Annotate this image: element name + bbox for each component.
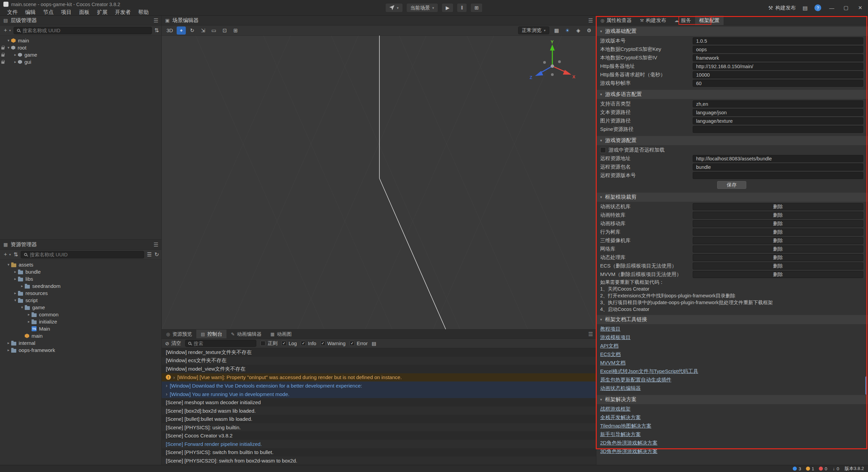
scene-viewport[interactable]: Y X Z xyxy=(162,36,596,330)
panel-layout-icon[interactable]: ▤ xyxy=(803,5,808,11)
anchor-tool-button[interactable]: ⊡ xyxy=(220,26,229,35)
menu-item[interactable]: 帮助 xyxy=(135,8,153,16)
property-input[interactable] xyxy=(693,117,863,124)
delete-module-button[interactable]: 删除 xyxy=(693,220,863,227)
console-log-row[interactable]: [Window] model_view文件夹不存在 xyxy=(162,365,596,373)
tree-item-root[interactable]: ▾root xyxy=(0,44,162,51)
expand-arrow-icon[interactable]: ▸ xyxy=(26,312,32,317)
maximize-button[interactable]: ▢ xyxy=(842,5,850,11)
console-search-input[interactable] xyxy=(194,341,253,346)
console-log-row[interactable]: [Scene] [PHYSICS]: using builtin. xyxy=(162,423,596,432)
property-input[interactable] xyxy=(693,37,863,44)
doc-link[interactable]: MVVM文档 xyxy=(600,360,626,366)
console-log-row[interactable]: [Scene] [PHYSICS2D]: switch from box2d-w… xyxy=(162,456,596,465)
console-filter-error[interactable]: ✓Error xyxy=(350,341,368,346)
doc-link[interactable]: Tiledmap地图解决方案 xyxy=(600,423,651,429)
warning-count[interactable]: 1 xyxy=(806,466,814,471)
inspector-tab[interactable]: ☁服务 xyxy=(670,16,695,25)
build-publish-button[interactable]: ⚒ 构建发布 xyxy=(768,5,796,11)
tree-item-Main[interactable]: TSMain xyxy=(0,325,162,332)
console-log-row[interactable]: [Scene] [bullet]:bullet wasm lib loaded. xyxy=(162,415,596,423)
expand-arrow-icon[interactable]: ▸ xyxy=(6,348,11,352)
sort-icon[interactable]: ⇅ xyxy=(155,27,159,34)
menu-item[interactable]: 项目 xyxy=(57,8,75,16)
console-log-row[interactable]: [Window] ecs文件夹不存在 xyxy=(162,357,596,365)
property-input[interactable] xyxy=(693,126,863,133)
console-filter-info[interactable]: ✓Info xyxy=(301,341,316,346)
download-count[interactable]: ↓ 0 xyxy=(833,466,839,471)
scene-select[interactable]: 当前场景 ▾ xyxy=(406,3,438,12)
checkbox[interactable] xyxy=(600,147,606,153)
expand-arrow-icon[interactable]: ▾ xyxy=(13,298,18,302)
expand-arrow-icon[interactable]: ▾ xyxy=(6,45,11,50)
doc-link[interactable]: API文档 xyxy=(600,343,618,349)
rect-tool-button[interactable]: ▭ xyxy=(209,26,218,35)
grid-toggle-button[interactable]: ▦ xyxy=(552,26,561,35)
doc-link[interactable]: 全栈开发解决方案 xyxy=(600,414,641,421)
console-log-row[interactable]: !›[Window] [Vue warn]: Property "onInput… xyxy=(162,373,596,382)
property-input[interactable] xyxy=(693,46,863,53)
menu-item[interactable]: 节点 xyxy=(39,8,57,16)
expand-arrow-icon[interactable]: ▸ xyxy=(13,53,18,57)
asset-filter-icon[interactable]: ☰ xyxy=(147,251,152,258)
console-log-row[interactable]: [Scene] Forward render pipeline initiali… xyxy=(162,440,596,448)
tree-item-gui[interactable]: ▸gui xyxy=(0,58,162,65)
expand-arrow-icon[interactable]: ▸ xyxy=(13,60,18,64)
tree-item-main[interactable]: main xyxy=(0,332,162,339)
delete-module-button[interactable]: 删除 xyxy=(693,271,863,278)
help-icon[interactable]: ? xyxy=(814,4,821,11)
create-node-button[interactable]: ＋▾ xyxy=(3,27,11,34)
tree-item-script[interactable]: ▾script xyxy=(0,297,162,304)
doc-link[interactable]: 教程项目 xyxy=(600,326,620,332)
log-count[interactable]: 3 xyxy=(793,466,801,471)
delete-module-button[interactable]: 删除 xyxy=(693,237,863,244)
console-log-row[interactable]: [Scene] Cocos Creator v3.8.2 xyxy=(162,431,596,440)
preview-platform-select[interactable]: ▾ xyxy=(385,3,403,12)
scale-tool-button[interactable]: ⇲ xyxy=(198,26,208,35)
expand-arrow-icon[interactable]: ▸ xyxy=(13,277,18,281)
delete-module-button[interactable]: 删除 xyxy=(693,245,863,253)
tree-item-game[interactable]: ▾game xyxy=(0,304,162,311)
console-log-row[interactable]: [Window] render_texture文件夹不存在 xyxy=(162,348,596,357)
doc-link[interactable]: 新手引导解决方案 xyxy=(600,431,641,438)
expand-arrow-icon[interactable]: › xyxy=(166,383,167,388)
property-input[interactable] xyxy=(693,163,863,171)
hierarchy-search-input[interactable] xyxy=(22,28,149,33)
camera-preview-button[interactable]: ◈ xyxy=(574,26,583,35)
doc-link[interactable]: 原生包热更新配置自动生成插件 xyxy=(600,377,671,383)
property-input[interactable] xyxy=(693,109,863,116)
expand-arrow-icon[interactable]: ▾ xyxy=(6,262,11,267)
create-asset-button[interactable]: ＋▾ xyxy=(3,251,11,258)
view-mode-select[interactable]: 正常浏览 ▾ xyxy=(518,26,549,34)
delete-module-button[interactable]: 删除 xyxy=(693,262,863,270)
property-input[interactable] xyxy=(693,80,863,87)
layout-grid-button[interactable]: ⊞ xyxy=(471,3,483,12)
scene-settings-button[interactable]: ⚙ xyxy=(585,26,594,35)
doc-link[interactable]: 动画状态机编辑器 xyxy=(600,385,641,392)
property-input[interactable] xyxy=(693,100,863,107)
tree-item-main[interactable]: ▾main xyxy=(0,37,162,44)
doc-link[interactable]: 游戏模板项目 xyxy=(600,334,631,341)
mode-3d-toggle-button[interactable]: 3D xyxy=(164,26,175,35)
tree-item-game[interactable]: ▸game xyxy=(0,51,162,58)
console-tab[interactable]: ◎资源预览 xyxy=(162,330,196,338)
menu-item[interactable]: 扩展 xyxy=(93,8,111,16)
menu-item[interactable]: 开发者 xyxy=(111,8,135,16)
tree-item-common[interactable]: ▸common xyxy=(0,311,162,318)
tree-item-initialize[interactable]: ▸initialize xyxy=(0,318,162,325)
section-header[interactable]: ▾框架解决方案 xyxy=(596,395,868,404)
regex-toggle[interactable]: 正则 xyxy=(260,340,277,347)
play-button[interactable]: ▶ xyxy=(441,3,453,12)
section-header[interactable]: ▾游戏基础配置 xyxy=(596,27,868,36)
expand-arrow-icon[interactable]: ▾ xyxy=(19,305,25,310)
delete-module-button[interactable]: 删除 xyxy=(693,254,863,261)
light-toggle-button[interactable]: ☀ xyxy=(563,26,572,35)
menu-item[interactable]: 面板 xyxy=(75,8,93,16)
expand-arrow-icon[interactable]: ▸ xyxy=(13,270,18,274)
delete-module-button[interactable]: 删除 xyxy=(693,212,863,219)
console-search[interactable] xyxy=(185,340,256,347)
open-log-file-button[interactable]: ▤ xyxy=(372,341,376,346)
doc-link[interactable]: Excel格式转Json文件与TypeScript代码工具 xyxy=(600,368,698,375)
delete-module-button[interactable]: 删除 xyxy=(693,203,863,210)
tree-item-bundle[interactable]: ▸bundle xyxy=(0,268,162,275)
